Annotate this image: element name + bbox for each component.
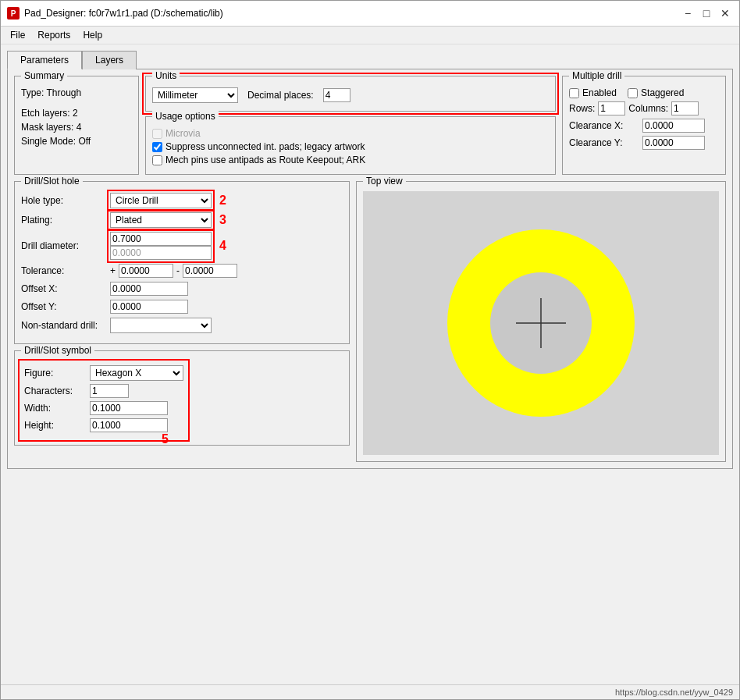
- type-label: Type:: [21, 87, 44, 98]
- figure-row: Figure: Hexagon X Circle Square None: [24, 365, 183, 381]
- badge-2: 2: [219, 194, 226, 208]
- tolerance-minus-input[interactable]: [183, 264, 237, 278]
- hole-type-label: Hole type:: [21, 195, 107, 206]
- hole-type-select[interactable]: Circle Drill Square Drill Oblong Slot: [110, 193, 212, 208]
- menu-help[interactable]: Help: [76, 28, 109, 42]
- offset-x-row: Offset X:: [21, 282, 343, 296]
- mask-row: Mask layers: 4: [21, 122, 132, 133]
- units-group: Units Millimeter Inch Mil Decimal places…: [145, 76, 556, 112]
- height-input[interactable]: [90, 418, 168, 432]
- non-standard-row: Non-standard drill:: [21, 318, 343, 333]
- title-bar-left: P Pad_Designer: fc0r7w1r1.pad (D:/schema…: [7, 7, 223, 20]
- window-title: Pad_Designer: fc0r7w1r1.pad (D:/schemati…: [24, 8, 223, 19]
- drill-slot-group: Drill/Slot hole Hole type: Circle Drill …: [14, 181, 350, 344]
- suppress-checkbox[interactable]: [152, 142, 162, 152]
- figure-select[interactable]: Hexagon X Circle Square None: [90, 365, 183, 381]
- staggered-checkbox[interactable]: [628, 88, 638, 98]
- tolerance-row: Tolerance: + -: [21, 264, 343, 278]
- minus-sign: -: [176, 265, 180, 276]
- type-row: Type: Through: [21, 87, 132, 98]
- characters-input[interactable]: [90, 384, 129, 398]
- offset-y-row: Offset Y:: [21, 300, 343, 314]
- plating-select[interactable]: Plated Non-Plated: [110, 212, 212, 228]
- characters-row: Characters:: [24, 384, 183, 398]
- etch-row: Etch layers: 2: [21, 108, 132, 119]
- single-mode-label: Single Mode:: [21, 136, 76, 147]
- columns-label: Columns:: [628, 103, 668, 114]
- clearance-x-row: Clearance X:: [569, 119, 719, 133]
- etch-label: Etch layers:: [21, 108, 70, 119]
- clearance-y-input[interactable]: [642, 136, 705, 150]
- tolerance-plus-input[interactable]: [119, 264, 173, 278]
- offset-x-input[interactable]: [110, 282, 188, 296]
- plating-label: Plating:: [21, 215, 107, 226]
- right-panel: Top view: [356, 181, 726, 462]
- minimize-button[interactable]: −: [680, 5, 696, 21]
- rows-row: Rows: Columns:: [569, 101, 719, 115]
- enabled-label: Enabled: [582, 87, 617, 98]
- rows-label: Rows:: [569, 103, 595, 114]
- decimal-places-input[interactable]: 4: [323, 88, 350, 102]
- hole-type-row: Hole type: Circle Drill Square Drill Obl…: [21, 193, 343, 208]
- rows-input[interactable]: [598, 101, 625, 115]
- app-icon: P: [7, 7, 20, 20]
- non-standard-select[interactable]: [110, 318, 212, 333]
- tab-bar: Parameters Layers: [7, 51, 733, 69]
- tab-parameters-content: Summary Type: Through Etch layers: 2: [7, 69, 733, 469]
- mask-value: 4: [76, 122, 82, 133]
- drill-symbol-group: Drill/Slot symbol Figure: Hexagon X Circ…: [14, 350, 350, 446]
- drill-diameter-input2[interactable]: [110, 246, 212, 260]
- multiple-drill-group: Multiple drill Enabled Staggered Rows: C…: [562, 76, 726, 175]
- units-select[interactable]: Millimeter Inch Mil: [152, 87, 238, 103]
- suppress-row: Suppress unconnected int. pads; legacy a…: [152, 141, 549, 152]
- close-button[interactable]: ✕: [717, 5, 733, 21]
- menu-reports[interactable]: Reports: [31, 28, 76, 42]
- tab-layers[interactable]: Layers: [82, 51, 137, 69]
- clearance-y-label: Clearance Y:: [569, 137, 639, 148]
- window-controls: − □ ✕: [680, 5, 733, 21]
- usage-title: Usage options: [152, 111, 219, 122]
- clearance-y-row: Clearance Y:: [569, 136, 719, 150]
- left-panels: Drill/Slot hole Hole type: Circle Drill …: [14, 181, 350, 462]
- status-url: https://blog.csdn.net/yyw_0429: [615, 688, 733, 697]
- top-row: Summary Type: Through Etch layers: 2: [14, 76, 726, 175]
- figure-label: Figure:: [24, 368, 87, 378]
- height-label: Height:: [24, 420, 87, 431]
- enabled-checkbox[interactable]: [569, 88, 579, 98]
- type-value: Through: [46, 87, 81, 98]
- main-content: Parameters Layers Summary Type: Through: [1, 44, 739, 684]
- width-label: Width:: [24, 403, 87, 414]
- badge-3: 3: [219, 213, 226, 227]
- menu-bar: File Reports Help: [1, 27, 739, 44]
- characters-label: Characters:: [24, 386, 87, 396]
- offset-y-input[interactable]: [110, 300, 188, 314]
- mask-label: Mask layers:: [21, 122, 73, 133]
- staggered-label: Staggered: [641, 87, 684, 98]
- clearance-x-label: Clearance X:: [569, 120, 639, 131]
- microvia-checkbox[interactable]: [152, 129, 162, 139]
- menu-file[interactable]: File: [4, 28, 31, 42]
- drill-diameter-input[interactable]: [110, 232, 212, 246]
- single-mode-value: Off: [78, 136, 91, 147]
- maximize-button[interactable]: □: [699, 5, 714, 21]
- suppress-label: Suppress unconnected int. pads; legacy a…: [165, 141, 365, 152]
- offset-x-label: Offset X:: [21, 283, 107, 294]
- status-bar: https://blog.csdn.net/yyw_0429: [1, 684, 739, 699]
- width-input[interactable]: [90, 401, 168, 415]
- height-row: Height:: [24, 418, 183, 432]
- plus-sign: +: [110, 265, 116, 276]
- usage-group: Usage options Microvia Suppress unconnec…: [145, 116, 556, 175]
- drill-diameter-label: Drill diameter:: [21, 240, 107, 251]
- microvia-label: Microvia: [165, 128, 201, 139]
- bottom-area: Drill/Slot hole Hole type: Circle Drill …: [14, 181, 726, 462]
- title-bar: P Pad_Designer: fc0r7w1r1.pad (D:/schema…: [1, 1, 739, 27]
- columns-input[interactable]: [671, 101, 699, 115]
- mech-row: Mech pins use antipads as Route Keepout;…: [152, 155, 549, 165]
- mech-checkbox[interactable]: [152, 155, 162, 165]
- decimal-label: Decimal places:: [247, 90, 314, 101]
- clearance-x-input[interactable]: [642, 119, 705, 133]
- non-standard-label: Non-standard drill:: [21, 320, 107, 331]
- main-window: P Pad_Designer: fc0r7w1r1.pad (D:/schema…: [0, 0, 740, 700]
- tab-parameters[interactable]: Parameters: [7, 51, 82, 69]
- badge-5: 5: [162, 432, 169, 446]
